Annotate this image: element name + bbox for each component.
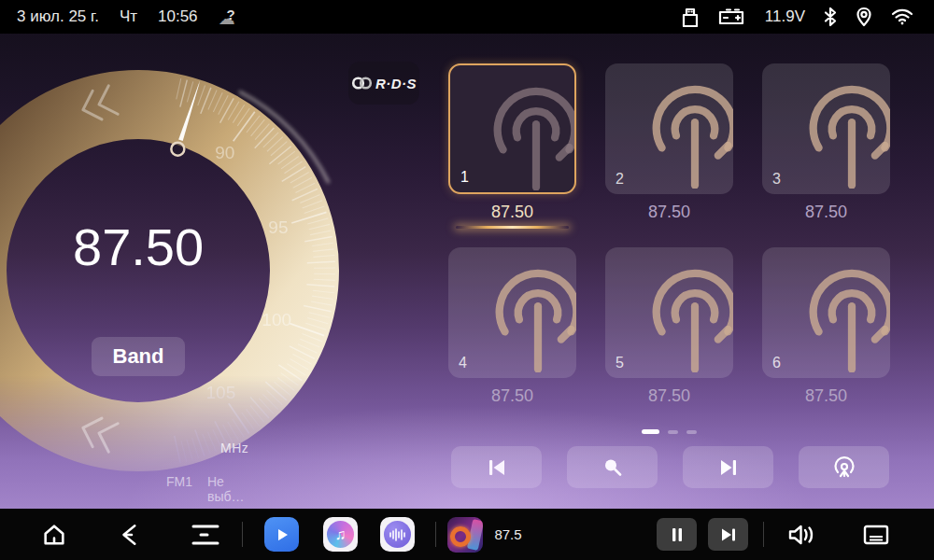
nav-divider	[242, 522, 243, 547]
preset-frequency: 87.50	[605, 203, 733, 222]
preset-grid: 1 87.50 2 87.50	[448, 63, 890, 406]
preset-tile-5[interactable]: 5	[605, 247, 733, 378]
svg-text:95: 95	[268, 217, 288, 237]
status-day: Чт	[120, 7, 137, 26]
back-button[interactable]	[114, 509, 148, 560]
skip-next-icon	[720, 527, 737, 542]
bluetooth-icon	[824, 7, 837, 27]
preset-number: 4	[459, 355, 467, 371]
skip-back-icon	[486, 457, 508, 478]
preset-cell-4: 4 87.50	[448, 247, 576, 406]
broadcast-icon	[640, 262, 733, 372]
music-app-icon: ♫	[323, 517, 358, 552]
pause-button[interactable]	[657, 509, 697, 560]
preset-number: 3	[772, 171, 781, 188]
frequency-unit: MHz	[220, 441, 248, 455]
pause-icon	[671, 527, 684, 542]
preset-pagination	[448, 429, 890, 434]
wifi-icon	[891, 7, 913, 26]
broadcast-icon	[483, 262, 576, 372]
preset-frequency: 87.50	[448, 203, 576, 222]
radio-app-screen: 3 июл. 25 г. Чт 10:56 ☁ ? 11.9V	[0, 0, 934, 560]
broadcast-icon	[481, 80, 576, 190]
preset-tile-6[interactable]: 6	[762, 247, 890, 378]
page-dot-3[interactable]	[686, 430, 697, 434]
status-bar: 3 июл. 25 г. Чт 10:56 ☁ ? 11.9V	[0, 0, 934, 34]
preset-tile-1[interactable]: 1	[448, 63, 576, 194]
frequency-value: 87.50	[73, 217, 204, 277]
voice-assistant-icon	[380, 517, 415, 552]
back-icon	[119, 523, 143, 547]
usb-icon	[681, 7, 700, 27]
music-app-button[interactable]: ♫	[323, 509, 358, 560]
band-label: FM1	[166, 474, 192, 504]
selected-glow	[456, 226, 569, 229]
skip-forward-icon	[717, 457, 740, 478]
home-icon	[41, 522, 67, 548]
preset-tile-2[interactable]: 2	[605, 63, 733, 194]
search-stations-button[interactable]	[567, 446, 658, 488]
preset-frequency: 87.50	[448, 386, 576, 406]
broadcast-icon	[640, 78, 733, 189]
broadcast-icon	[797, 262, 890, 372]
play-app-icon	[264, 517, 299, 552]
seek-next-button[interactable]	[683, 446, 773, 488]
rds-label: R·D·S	[375, 76, 417, 91]
bottom-nav-bar: ♫ 87.5	[0, 509, 934, 560]
weather-unknown-icon: ☁ ?	[219, 7, 243, 27]
next-track-button[interactable]	[708, 509, 748, 560]
preset-frequency: 87.50	[605, 386, 733, 406]
radio-main-panel: 9095100105 87.50 MHz FM1 Не выб… Band	[0, 34, 934, 509]
band-button[interactable]: Band	[92, 337, 185, 376]
preset-number: 1	[460, 169, 469, 186]
video-app-button[interactable]	[264, 509, 299, 560]
preset-number: 2	[616, 171, 624, 188]
now-playing-frequency: 87.5	[489, 509, 527, 560]
preset-tile-4[interactable]: 4	[448, 247, 576, 378]
frequency-readout: 87.50 MHz FM1 Не выб…	[73, 217, 204, 277]
now-playing-thumbnail[interactable]	[446, 509, 484, 560]
display-button[interactable]	[857, 509, 895, 560]
svg-text:105: 105	[206, 383, 236, 402]
broadcast-icon	[797, 78, 890, 189]
preset-cell-6: 6 87.50	[762, 247, 890, 406]
battery-icon	[718, 7, 746, 26]
svg-text:90: 90	[215, 143, 234, 162]
page-dot-1[interactable]	[642, 429, 659, 434]
preset-cell-3: 3 87.50	[762, 63, 890, 222]
volume-icon	[787, 523, 815, 547]
station-status: Не выб…	[207, 474, 245, 504]
preset-number: 6	[772, 355, 781, 371]
preset-frequency: 87.50	[762, 203, 890, 222]
action-button-row	[451, 446, 889, 488]
status-date: 3 июл. 25 г.	[17, 7, 99, 26]
antenna-scan-icon	[832, 455, 856, 480]
preset-frequency: 87.50	[762, 386, 890, 406]
recents-button[interactable]	[187, 509, 224, 560]
preset-tile-3[interactable]: 3	[762, 63, 890, 194]
battery-voltage: 11.9V	[765, 7, 805, 26]
rds-badge: R·D·S	[348, 62, 419, 105]
location-icon	[856, 7, 872, 27]
nav-divider	[435, 522, 436, 547]
svg-text:100: 100	[262, 310, 291, 329]
page-dot-2[interactable]	[668, 430, 678, 434]
recents-icon	[191, 523, 220, 547]
volume-button[interactable]	[783, 509, 820, 560]
display-icon	[862, 523, 890, 547]
rds-rings-icon	[351, 76, 374, 91]
seek-previous-button[interactable]	[451, 446, 542, 488]
voice-app-button[interactable]	[380, 509, 415, 560]
preset-cell-1: 1 87.50	[448, 63, 576, 222]
preset-number: 5	[616, 355, 624, 371]
album-art	[447, 517, 483, 553]
home-button[interactable]	[37, 509, 71, 560]
nav-divider	[763, 522, 764, 547]
preset-cell-5: 5 87.50	[605, 247, 733, 406]
preset-cell-2: 2 87.50	[605, 63, 733, 222]
search-icon	[601, 456, 624, 479]
scan-stations-button[interactable]	[799, 446, 889, 488]
status-time: 10:56	[158, 7, 198, 26]
